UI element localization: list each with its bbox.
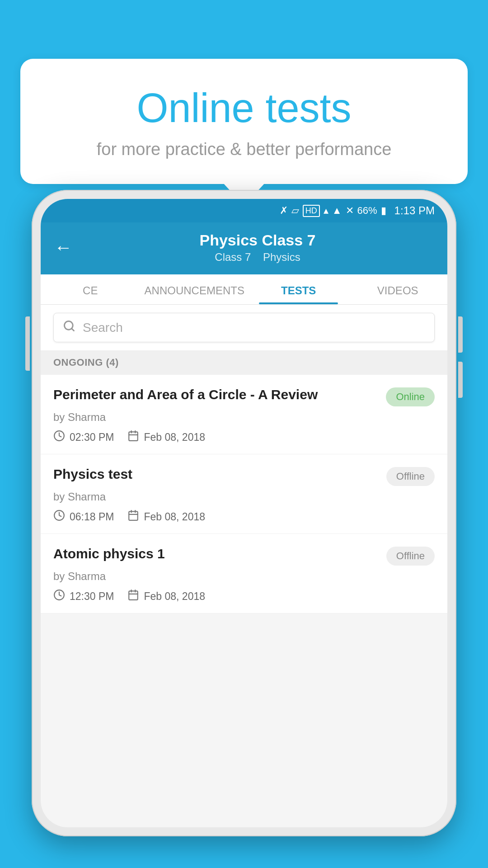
signal-icon: ▲ <box>332 205 342 217</box>
back-button[interactable]: ← <box>54 237 72 258</box>
x-icon: ✕ <box>346 205 354 217</box>
test-date-2: Feb 08, 2018 <box>127 509 205 524</box>
test-date-value-2: Feb 08, 2018 <box>144 511 205 523</box>
svg-rect-8 <box>129 511 138 520</box>
clock-icon-1 <box>53 430 65 445</box>
test-date-value-1: Feb 08, 2018 <box>144 431 205 443</box>
test-time-value-2: 06:18 PM <box>70 511 114 523</box>
breadcrumb-class: Class 7 <box>215 251 251 263</box>
phone-screen: ✗ ▱ HD ▴ ▲ ✕ 66% ▮ 1:13 PM ← Physics Cla… <box>41 199 447 827</box>
test-item-3[interactable]: Atomic physics 1 Offline by Sharma 12:30… <box>41 534 447 613</box>
test-meta-2: 06:18 PM Feb 08, 2018 <box>53 509 435 524</box>
bluetooth-icon: ✗ <box>280 205 288 217</box>
test-date-1: Feb 08, 2018 <box>127 430 205 445</box>
test-item-2-header: Physics test Offline <box>53 465 435 486</box>
calendar-icon-1 <box>127 430 139 445</box>
battery-icon: ▮ <box>381 205 386 217</box>
calendar-icon-3 <box>127 589 139 604</box>
clock-icon-3 <box>53 589 65 604</box>
status-bar: ✗ ▱ HD ▴ ▲ ✕ 66% ▮ 1:13 PM <box>41 199 447 222</box>
tab-tests[interactable]: TESTS <box>249 274 348 304</box>
search-icon <box>63 320 75 335</box>
test-title-1: Perimeter and Area of a Circle - A Revie… <box>53 386 377 403</box>
hero-subtitle: for more practice & better performance <box>56 140 432 159</box>
test-title-2: Physics test <box>53 465 377 483</box>
test-meta-3: 12:30 PM Feb 08, 2018 <box>53 589 435 604</box>
phone-mockup: ✗ ▱ HD ▴ ▲ ✕ 66% ▮ 1:13 PM ← Physics Cla… <box>32 190 456 868</box>
test-date-value-3: Feb 08, 2018 <box>144 590 205 603</box>
hero-card: Online tests for more practice & better … <box>20 59 468 184</box>
test-author-2: by Sharma <box>53 491 435 503</box>
test-title-3: Atomic physics 1 <box>53 545 377 562</box>
test-author-3: by Sharma <box>53 570 435 583</box>
status-badge-1: Online <box>386 387 435 406</box>
battery-pct: 66% <box>357 205 377 217</box>
calendar-icon-2 <box>127 509 139 524</box>
test-item-1[interactable]: Perimeter and Area of a Circle - A Revie… <box>41 375 447 454</box>
test-time-value-3: 12:30 PM <box>70 590 114 603</box>
test-time-2: 06:18 PM <box>53 509 114 524</box>
test-meta-1: 02:30 PM Feb 08, 2018 <box>53 430 435 445</box>
status-badge-3: Offline <box>386 547 435 566</box>
tab-videos[interactable]: VIDEOS <box>348 274 447 304</box>
clock-icon-2 <box>53 509 65 524</box>
test-time-1: 02:30 PM <box>53 430 114 445</box>
vibrate-icon: ▱ <box>291 205 299 217</box>
search-box[interactable]: Search <box>53 313 435 342</box>
test-time-value-1: 02:30 PM <box>70 431 114 443</box>
hd-icon: HD <box>303 205 320 217</box>
app-header: ← Physics Class 7 Class 7 Physics <box>41 222 447 274</box>
hero-title: Online tests <box>56 86 432 131</box>
side-button-right <box>458 316 463 353</box>
test-date-3: Feb 08, 2018 <box>127 589 205 604</box>
status-icons: ✗ ▱ HD ▴ ▲ ✕ 66% ▮ <box>280 205 386 217</box>
test-item-2[interactable]: Physics test Offline by Sharma 06:18 PM <box>41 454 447 534</box>
test-time-3: 12:30 PM <box>53 589 114 604</box>
svg-rect-13 <box>129 591 138 600</box>
section-ongoing: ONGOING (4) <box>41 350 447 375</box>
side-button-left <box>25 316 30 371</box>
tab-ce[interactable]: CE <box>41 274 140 304</box>
tab-announcements[interactable]: ANNOUNCEMENTS <box>140 274 249 304</box>
test-item-1-header: Perimeter and Area of a Circle - A Revie… <box>53 386 435 406</box>
header-breadcrumb: Class 7 Physics <box>81 251 434 264</box>
status-time: 1:13 PM <box>394 204 435 217</box>
test-author-1: by Sharma <box>53 411 435 424</box>
header-main-title: Physics Class 7 <box>81 231 434 249</box>
side-button-right2 <box>458 362 463 398</box>
header-title-block: Physics Class 7 Class 7 Physics <box>81 231 434 264</box>
wifi-icon: ▴ <box>324 205 328 217</box>
svg-line-1 <box>71 328 74 330</box>
svg-rect-3 <box>129 432 138 441</box>
tab-bar: CE ANNOUNCEMENTS TESTS VIDEOS <box>41 274 447 305</box>
status-badge-2: Offline <box>386 467 435 486</box>
phone-outer: ✗ ▱ HD ▴ ▲ ✕ 66% ▮ 1:13 PM ← Physics Cla… <box>32 190 456 836</box>
test-item-3-header: Atomic physics 1 Offline <box>53 545 435 566</box>
breadcrumb-subject: Physics <box>263 251 300 263</box>
search-container: Search <box>41 305 447 350</box>
search-placeholder: Search <box>83 321 123 335</box>
